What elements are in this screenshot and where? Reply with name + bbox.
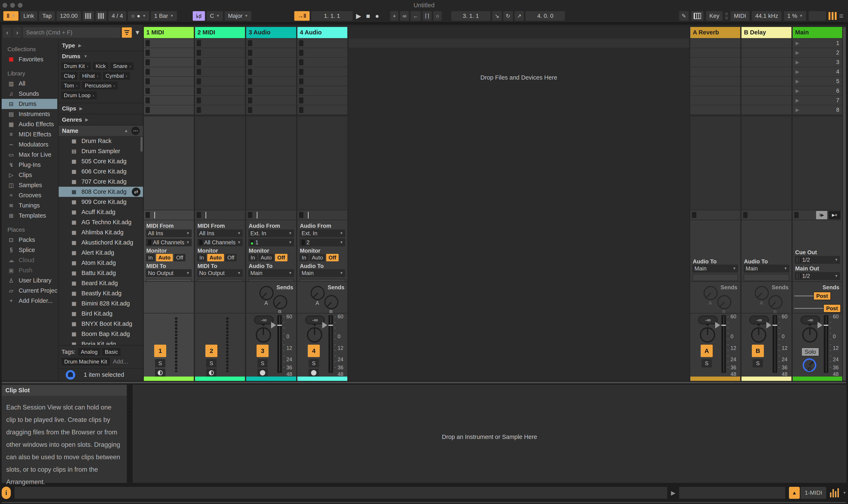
nudge-down-button[interactable] bbox=[83, 11, 94, 21]
input-channel-dropdown[interactable]: 2▼ bbox=[300, 238, 345, 247]
scene-row[interactable]: ▶ 5 bbox=[793, 77, 842, 86]
solo-button[interactable]: S bbox=[753, 359, 763, 367]
launch-scenes-button[interactable]: ▶≡ bbox=[829, 211, 841, 219]
monitor-auto-button[interactable]: Auto bbox=[310, 254, 325, 261]
filter-chip-snare[interactable]: Snare › bbox=[110, 62, 133, 70]
filter-group-genres[interactable]: Genres ▶ bbox=[59, 114, 143, 126]
quantization-menu[interactable]: 1 Bar▼ bbox=[151, 11, 177, 21]
scene-row[interactable]: ▶ 3 bbox=[793, 58, 842, 67]
loop-button[interactable]: ↻ bbox=[503, 11, 513, 21]
clip-slot[interactable] bbox=[297, 96, 347, 105]
loop-length-field[interactable]: 4. 0. 0 bbox=[526, 11, 565, 21]
clip-slot[interactable] bbox=[246, 48, 296, 57]
sidebar-item-add-folder[interactable]: + Add Folder... bbox=[2, 296, 57, 306]
file-row-606-core-kit-adg[interactable]: ▦ 606 Core Kit.adg bbox=[59, 166, 143, 177]
clip-stop-icon[interactable] bbox=[197, 50, 201, 56]
scene-play-icon[interactable]: ▶ bbox=[796, 107, 799, 113]
clip-stop-icon[interactable] bbox=[248, 88, 252, 94]
clip-stop-icon[interactable] bbox=[248, 107, 252, 113]
scene-play-icon[interactable]: ▶ bbox=[796, 78, 799, 84]
track-header[interactable]: 3 Audio bbox=[246, 27, 296, 38]
scene-play-icon[interactable]: ▶ bbox=[796, 50, 799, 56]
filter-group-drums[interactable]: Drums ▼ bbox=[59, 51, 143, 61]
clip-slot[interactable] bbox=[690, 58, 740, 67]
clip-slot[interactable] bbox=[690, 77, 740, 86]
input-channel-dropdown[interactable]: 1▼ bbox=[248, 238, 294, 247]
list-options-button[interactable]: ⋯ bbox=[131, 127, 140, 135]
file-row-505-core-kit-adg[interactable]: ▦ 505 Core Kit.adg bbox=[59, 156, 143, 166]
output-type-dropdown[interactable]: Main▼ bbox=[300, 269, 345, 277]
clip-slot[interactable] bbox=[195, 58, 245, 67]
punch-out-button[interactable]: ↗ bbox=[515, 11, 524, 21]
metronome-button[interactable]: ○ ● ▼ bbox=[128, 11, 149, 21]
arm-button[interactable] bbox=[206, 369, 217, 377]
window-close-icon[interactable] bbox=[2, 3, 7, 8]
sidebar-item-plug-ins[interactable]: ↯ Plug-Ins bbox=[2, 160, 57, 170]
stop-button[interactable]: ■ bbox=[364, 12, 372, 20]
scene-play-icon[interactable]: ▶ bbox=[796, 40, 799, 46]
clip-slot[interactable] bbox=[246, 105, 296, 114]
monitor-auto-button[interactable]: Auto bbox=[258, 254, 274, 261]
key-note-menu[interactable]: C▼ bbox=[206, 11, 223, 21]
filter-chip-hihat[interactable]: Hihat › bbox=[79, 72, 101, 80]
clip-slot[interactable] bbox=[741, 86, 791, 95]
track-activator-button[interactable]: A bbox=[701, 345, 713, 357]
monitor-off-button[interactable]: Off bbox=[326, 254, 339, 261]
search-input[interactable] bbox=[23, 28, 121, 38]
follow-button[interactable]: →‖ bbox=[294, 11, 310, 21]
send-a-knob[interactable] bbox=[311, 286, 325, 300]
clip-stop-icon[interactable] bbox=[197, 78, 201, 84]
clip-slot[interactable] bbox=[144, 58, 194, 67]
horizontal-divider[interactable] bbox=[2, 382, 846, 383]
nudge-up-button[interactable] bbox=[95, 11, 107, 21]
window-minimize-icon[interactable] bbox=[10, 3, 15, 8]
clip-slot[interactable] bbox=[246, 38, 296, 48]
pan-knob[interactable] bbox=[307, 327, 322, 343]
clip-stop-icon[interactable] bbox=[299, 59, 303, 65]
clip-slot[interactable] bbox=[690, 96, 740, 105]
filter-chip-drum-kit[interactable]: Drum Kit › bbox=[61, 62, 91, 70]
filter-chip-kick[interactable]: Kick bbox=[93, 62, 108, 70]
clip-slot[interactable] bbox=[690, 67, 740, 76]
clip-slot[interactable] bbox=[297, 77, 347, 86]
clip-slot[interactable] bbox=[144, 77, 194, 86]
window-zoom-icon[interactable] bbox=[18, 3, 23, 8]
stop-clips-icon[interactable] bbox=[794, 212, 799, 218]
file-list-header[interactable]: Name ▲ ⋯ bbox=[59, 126, 143, 136]
track-header[interactable]: 1 MIDI bbox=[144, 27, 194, 38]
key-map-button[interactable]: Key bbox=[706, 11, 723, 21]
stop-clips-icon[interactable] bbox=[743, 212, 747, 218]
monitor-auto-button[interactable]: Auto bbox=[207, 254, 224, 261]
scene-row[interactable]: ▶ 4 bbox=[793, 67, 842, 76]
sidebar-item-tunings[interactable]: ≋ Tunings bbox=[2, 200, 57, 211]
clip-stop-icon[interactable] bbox=[145, 50, 150, 56]
add-tag-button[interactable]: Add... bbox=[112, 358, 129, 365]
sidebar-item-cloud[interactable]: ☁ Cloud bbox=[2, 255, 57, 265]
play-button[interactable]: ▶ bbox=[354, 12, 363, 20]
clip-stop-icon[interactable] bbox=[248, 40, 252, 46]
clip-stop-icon[interactable] bbox=[299, 78, 303, 84]
sidebar-item-splice[interactable]: § Splice bbox=[2, 245, 57, 255]
cpu-load-menu[interactable]: 1 %▼ bbox=[784, 11, 806, 21]
sidebar-item-instruments[interactable]: ▤ Instruments bbox=[2, 109, 57, 119]
record-button[interactable]: ● bbox=[374, 12, 381, 20]
filter-chip-drum-loop[interactable]: Drum Loop › bbox=[61, 91, 97, 99]
pause-button[interactable]: ‖▼ bbox=[3, 11, 18, 21]
fader-handle[interactable] bbox=[328, 325, 333, 326]
file-row-bnyx-boot-kit-adg[interactable]: ▦ BNYX Boot Kit.adg bbox=[59, 319, 143, 329]
scene-row[interactable]: ▶ 6 bbox=[793, 86, 842, 95]
send-b-knob[interactable] bbox=[273, 295, 287, 309]
clip-slot[interactable] bbox=[297, 38, 347, 48]
stop-all-clips-button[interactable]: ‖▶ bbox=[816, 211, 827, 219]
monitor-off-button[interactable]: Off bbox=[225, 254, 237, 261]
output-type-dropdown[interactable]: No Output▼ bbox=[197, 269, 243, 277]
filter-chip-percussion[interactable]: Percussion › bbox=[82, 82, 118, 90]
track-activator-button[interactable]: 4 bbox=[308, 345, 320, 357]
scene-play-icon[interactable]: ▶ bbox=[796, 59, 799, 65]
volume-display[interactable]: -∞ bbox=[750, 316, 769, 324]
volume-display[interactable]: -∞ bbox=[698, 316, 718, 324]
pan-knob[interactable] bbox=[256, 327, 271, 343]
sidebar-item-all[interactable]: ▥ All bbox=[2, 78, 57, 89]
session-record-button[interactable]: ○ bbox=[433, 11, 441, 21]
clip-slot[interactable] bbox=[690, 105, 740, 114]
